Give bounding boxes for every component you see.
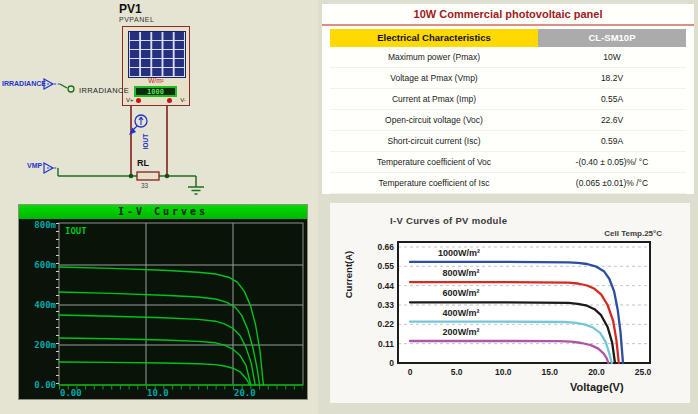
datasheet-y-tick-label: 0.33 — [377, 300, 394, 310]
vplus-pin[interactable] — [136, 98, 141, 103]
datasheet-chart-panel: I-V Curves of PV module Cell Temp.25°C C… — [330, 203, 690, 403]
pv-display-unit: W/m² — [123, 77, 189, 84]
spec-value: 10W — [538, 47, 686, 67]
scope-y-tick-label: 400m — [34, 300, 56, 310]
datasheet-series-label: 800W/m² — [443, 268, 480, 278]
datasheet-x-tick-label: 0 — [408, 367, 413, 377]
datasheet-y-tick-label: 0 — [389, 358, 394, 368]
irradiance-terminal-label: IRRADIANCE — [2, 80, 46, 87]
datasheet-x-tick-label: 20.0 — [588, 367, 605, 377]
datasheet-x-tick-label: 25.0 — [635, 367, 652, 377]
spec-table-row: Open-circuit voltage (Voc)22.6V — [330, 110, 686, 131]
scope-y-tick-label: 200m — [34, 340, 56, 350]
datasheet-x-tick-label: 10.0 — [495, 367, 512, 377]
irradiance-net-label: IRRADIANCE — [79, 86, 129, 95]
spec-label: Voltage at Pmax (Vmp) — [330, 68, 538, 88]
spec-value: 22.6V — [538, 110, 686, 130]
ground-symbol[interactable] — [188, 176, 204, 194]
junction-dot — [165, 174, 170, 179]
pv-cells-graphic — [128, 31, 186, 78]
resistor-value-label: 33 — [141, 182, 148, 189]
spec-label: Current at Pmax (Imp) — [330, 89, 538, 109]
spec-table-row: Maximum power (Pmax)10W — [330, 47, 686, 68]
datasheet-plot: 00.110.220.330.440.550.6605.010.015.020.… — [330, 203, 690, 403]
spec-table-row: Voltage at Pmax (Vmp)18.2V — [330, 68, 686, 89]
spec-table-row: Short-circuit current (Isc)0.59A — [330, 131, 686, 152]
spec-table-header: Electrical Characteristics CL-SM10P — [330, 29, 686, 47]
vminus-pin[interactable] — [167, 98, 172, 103]
spec-value: -(0.40 ± 0.05)%/ °C — [538, 152, 686, 172]
scope-window-titlebar[interactable]: I-V Curves — [19, 205, 307, 219]
datasheet-y-tick-label: 0.22 — [377, 319, 394, 329]
probe-label: IOUT — [142, 127, 149, 157]
pv-panel-component[interactable]: W/m² 1000 V+ V- — [122, 26, 190, 106]
resistor-ref-label: RL — [137, 158, 149, 168]
spec-value: 18.2V — [538, 68, 686, 88]
spec-col-header-characteristics: Electrical Characteristics — [330, 29, 538, 47]
datasheet-y-tick-label: 0.44 — [377, 281, 394, 291]
resistor-body[interactable] — [137, 172, 159, 180]
scope-legend: IOUT — [65, 226, 87, 236]
spec-label: Short-circuit current (Isc) — [330, 131, 538, 151]
datasheet-y-tick-label: 0.55 — [377, 261, 394, 271]
junction-dot — [129, 174, 134, 179]
pv-irradiance-display: 1000 — [134, 86, 177, 97]
scope-x-tick-label: 0.00 — [60, 388, 82, 398]
datasheet-series-label: 1000W/m² — [438, 248, 480, 258]
spec-table-row: Temperature coefficient of Isc(0.065 ±0.… — [330, 173, 686, 194]
spec-value: 0.59A — [538, 131, 686, 151]
spec-label: Open-circuit voltage (Voc) — [330, 110, 538, 130]
spec-label: Temperature coefficient of Isc — [330, 173, 538, 193]
spec-col-header-model: CL-SM10P — [538, 29, 686, 47]
spec-table-rows: Maximum power (Pmax)10WVoltage at Pmax (… — [330, 47, 686, 194]
scope-plot: 0.00200m400m600m800m0.0010.020.0IOUT — [19, 219, 307, 399]
spec-table-title: 10W Commercial photovoltaic panel — [322, 4, 694, 26]
datasheet-x-tick-label: 5.0 — [451, 367, 463, 377]
spec-table-row: Current at Pmax (Imp)0.55A — [330, 89, 686, 110]
pv-ref-label: PV1 — [119, 2, 142, 16]
terminal-irradiance[interactable] — [44, 79, 74, 92]
vminus-pin-label: V- — [180, 97, 186, 103]
datasheet-x-tick-label: 15.0 — [542, 367, 559, 377]
datasheet-series-label: 200W/m² — [443, 327, 480, 337]
irradiance-pin — [68, 86, 74, 92]
scope-x-tick-label: 10.0 — [147, 388, 169, 398]
scope-y-tick-label: 0.00 — [34, 380, 56, 390]
vmp-terminal-label: VMP — [27, 162, 42, 169]
spec-table-panel: 10W Commercial photovoltaic panel Electr… — [322, 4, 694, 194]
datasheet-y-tick-label: 0.66 — [377, 242, 394, 252]
scope-y-tick-label: 600m — [34, 260, 56, 270]
scope-x-tick-label: 20.0 — [234, 388, 256, 398]
terminal-vmp[interactable] — [44, 163, 58, 173]
figure-root: PV1 PVPANEL W/m² 1000 V+ V- IRRADIANCE I… — [0, 0, 698, 414]
pv-part-label: PVPANEL — [119, 16, 154, 23]
scope-y-tick-label: 800m — [34, 220, 56, 230]
scope-window: I-V Curves 0.00200m400m600m800m0.0010.02… — [18, 204, 308, 400]
spec-value: (0.065 ±0.01)% /°C — [538, 173, 686, 193]
scope-plot-bg — [59, 223, 303, 385]
datasheet-series-label: 600W/m² — [443, 288, 480, 298]
spec-label: Maximum power (Pmax) — [330, 47, 538, 67]
datasheet-y-tick-label: 0.11 — [378, 339, 394, 349]
spec-table-row: Temperature coefficient of Voc-(0.40 ± 0… — [330, 152, 686, 173]
vplus-pin-label: V+ — [126, 97, 134, 103]
spec-value: 0.55A — [538, 89, 686, 109]
spec-label: Temperature coefficient of Voc — [330, 152, 538, 172]
datasheet-series-label: 400W/m² — [443, 308, 480, 318]
